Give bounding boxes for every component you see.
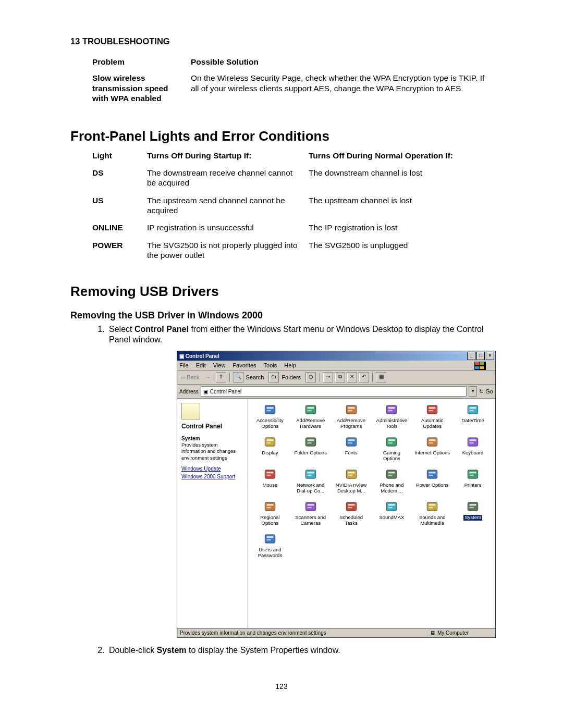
svg-rect-70 [470, 504, 476, 506]
cp-item-icon [263, 467, 277, 481]
up-button[interactable]: ⇧ [216, 372, 226, 382]
go-button[interactable]: ↻ Go [479, 388, 493, 395]
svg-rect-63 [387, 502, 397, 511]
cp-item-system[interactable]: System [452, 499, 493, 530]
cp-item-printers[interactable]: Printers [452, 466, 493, 498]
cp-item-users-and-passwords[interactable]: Users and Passwords [250, 531, 290, 562]
svg-rect-64 [388, 504, 395, 506]
cp-item-label: Accessibility Options [252, 418, 288, 429]
copy-to-icon[interactable]: ⧉ [335, 372, 345, 382]
address-dropdown[interactable]: ▾ [469, 386, 477, 397]
svg-rect-74 [266, 539, 271, 540]
cp-item-phone-and-modem[interactable]: Phone and Modem ... [372, 466, 412, 498]
cp-item-icon [385, 500, 398, 513]
cp-item-nvidia-nview-desktop-m[interactable]: NVIDIA nView Desktop M... [331, 466, 372, 498]
svg-rect-29 [388, 442, 393, 443]
cp-item-label: Printers [464, 483, 482, 488]
window-titlebar: ▣ Control Panel _ □ × [177, 351, 495, 361]
svg-rect-45 [387, 470, 397, 478]
cp-item-add-remove-hardware[interactable]: Add/Remove Hardware [290, 402, 331, 433]
views-icon[interactable]: ▦ [376, 372, 386, 382]
search-icon[interactable]: 🔍 [233, 372, 243, 382]
svg-rect-30 [427, 438, 437, 446]
menu-help[interactable]: Help [284, 362, 296, 368]
link-windows-update[interactable]: Windows Update [181, 465, 243, 472]
menu-edit[interactable]: Edit [196, 362, 206, 368]
th-light: Light [92, 151, 147, 168]
close-button[interactable]: × [486, 352, 494, 360]
move-to-icon[interactable]: ⇢ [323, 372, 333, 382]
cp-item-icon [304, 403, 317, 416]
link-win2000-support[interactable]: Windows 2000 Support [181, 473, 243, 480]
cell-normal: The SVG2500 is unplugged [309, 240, 475, 268]
cp-item-date-time[interactable]: Date/Time [452, 402, 493, 433]
cp-item-display[interactable]: Display [250, 434, 290, 465]
address-bar: Address ▣ Control Panel ▾ ↻ Go [177, 385, 495, 399]
cp-item-administrative-tools[interactable]: Administrative Tools [372, 402, 412, 433]
undo-icon[interactable]: ↶ [359, 372, 369, 382]
svg-rect-15 [468, 405, 478, 414]
cp-item-label: System [463, 515, 482, 520]
svg-rect-25 [348, 440, 354, 441]
window-icon: ▣ [179, 353, 184, 360]
cp-item-icon [263, 435, 277, 449]
cp-item-scheduled-tasks[interactable]: Scheduled Tasks [331, 499, 372, 530]
th-normal: Turns Off During Normal Operation If: [309, 151, 475, 168]
svg-rect-57 [305, 502, 316, 511]
maximize-button[interactable]: □ [476, 352, 485, 360]
cp-item-keyboard[interactable]: Keyboard [452, 434, 493, 465]
cp-item-label: Display [262, 450, 278, 455]
delete-icon[interactable]: ✕ [347, 372, 357, 382]
menu-favorites[interactable]: Favorites [232, 362, 256, 368]
cell-normal: The IP registration is lost [309, 223, 475, 240]
cp-item-soundmax[interactable]: SoundMAX [372, 499, 412, 530]
forward-button[interactable]: → [205, 374, 211, 381]
cp-item-label: Phone and Modem ... [374, 483, 409, 493]
search-label[interactable]: Search [246, 374, 264, 381]
cp-item-sounds-and-multimedia[interactable]: Sounds and Multimedia [412, 499, 452, 530]
td-solution: On the Wireless Security Page, check whe… [191, 73, 493, 109]
cp-item-internet-options[interactable]: Internet Options [412, 434, 452, 465]
cp-item-network-and-dial-up-co[interactable]: Network and Dial-up Co... [290, 466, 331, 498]
history-icon[interactable]: ◷ [305, 372, 316, 382]
svg-rect-8 [348, 410, 352, 411]
svg-rect-54 [265, 502, 275, 511]
cp-item-scanners-and-cameras[interactable]: Scanners and Cameras [290, 499, 331, 530]
svg-rect-27 [387, 438, 397, 446]
cp-item-label: Internet Options [414, 450, 450, 455]
cp-item-label: Add/Remove Hardware [293, 418, 328, 429]
steps-list: Select Control Panel from either the Win… [107, 324, 493, 657]
svg-rect-14 [429, 410, 433, 411]
problem-solution-table: Problem Possible Solution Slow wireless … [92, 57, 493, 110]
cp-item-regional-options[interactable]: Regional Options [250, 499, 290, 530]
cp-item-accessibility-options[interactable]: Accessibility Options [250, 402, 290, 433]
folders-icon[interactable]: 🗀 [268, 372, 279, 382]
svg-rect-55 [266, 504, 273, 506]
status-location-text: My Computer [437, 630, 469, 636]
back-button[interactable]: ⇦ Back [180, 374, 200, 381]
folders-label[interactable]: Folders [282, 374, 301, 381]
svg-rect-4 [307, 408, 314, 409]
svg-rect-32 [429, 442, 433, 443]
svg-rect-53 [470, 475, 474, 476]
cp-item-icon [385, 403, 398, 416]
cp-item-add-remove-programs[interactable]: Add/Remove Programs [331, 402, 372, 433]
cp-item-power-options[interactable]: Power Options [412, 466, 452, 498]
th-startup: Turns Off During Startup If: [147, 151, 309, 168]
step1-text-a: Select [109, 325, 134, 334]
menu-tools[interactable]: Tools [264, 362, 277, 368]
cp-item-folder-options[interactable]: Folder Options [290, 434, 331, 465]
menu-view[interactable]: View [213, 362, 226, 368]
svg-rect-5 [307, 410, 311, 411]
minimize-button[interactable]: _ [467, 352, 475, 360]
control-panel-window: ▣ Control Panel _ □ × FileEditViewFavori… [177, 351, 496, 638]
cp-item-mouse[interactable]: Mouse [250, 466, 290, 498]
cp-item-gaming-options[interactable]: Gaming Options [372, 434, 412, 465]
menu-file[interactable]: File [179, 362, 189, 368]
cell-startup: IP registration is unsuccessful [147, 223, 309, 240]
th-solution: Possible Solution [191, 57, 493, 73]
cp-item-fonts[interactable]: Fonts [331, 434, 372, 465]
address-field[interactable]: ▣ Control Panel [201, 386, 467, 397]
svg-rect-28 [388, 440, 395, 441]
cp-item-automatic-updates[interactable]: Automatic Updates [412, 402, 452, 433]
